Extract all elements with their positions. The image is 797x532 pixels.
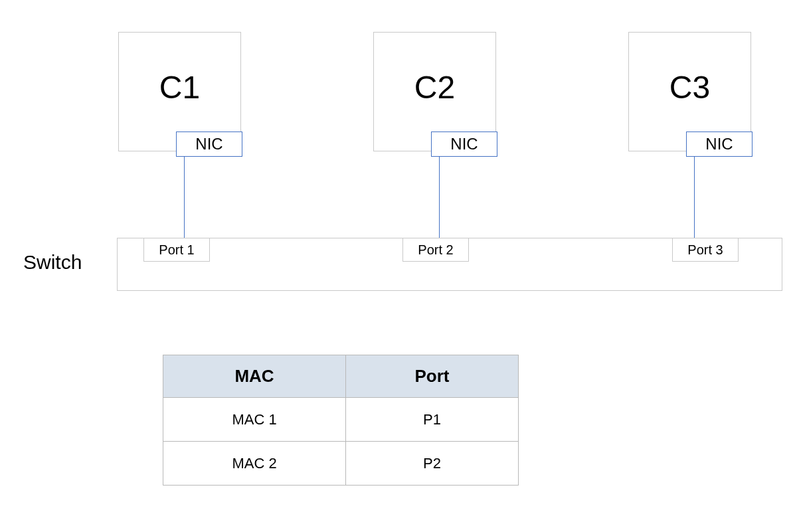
cable-c1 (184, 157, 185, 238)
cell-mac: MAC 1 (163, 398, 346, 442)
cable-c3 (694, 157, 695, 238)
table-row: MAC 1 P1 (163, 398, 519, 442)
computer-c1-label: C1 (119, 69, 240, 106)
port-2: Port 2 (402, 238, 469, 262)
cable-c2 (439, 157, 440, 238)
cell-port: P1 (346, 398, 519, 442)
nic-c1: NIC (176, 132, 242, 157)
switch-label: Switch (23, 251, 82, 274)
nic-c3: NIC (686, 132, 753, 157)
port-3: Port 3 (672, 238, 739, 262)
computer-c2-label: C2 (374, 69, 495, 106)
nic-c2: NIC (431, 132, 497, 157)
header-port: Port (346, 355, 519, 398)
cell-mac: MAC 2 (163, 442, 346, 486)
table-row: MAC 2 P2 (163, 442, 519, 486)
port-1: Port 1 (143, 238, 210, 262)
mac-address-table: MAC Port MAC 1 P1 MAC 2 P2 (163, 355, 519, 486)
table-header-row: MAC Port (163, 355, 519, 398)
computer-c3-label: C3 (629, 69, 751, 106)
cell-port: P2 (346, 442, 519, 486)
header-mac: MAC (163, 355, 346, 398)
